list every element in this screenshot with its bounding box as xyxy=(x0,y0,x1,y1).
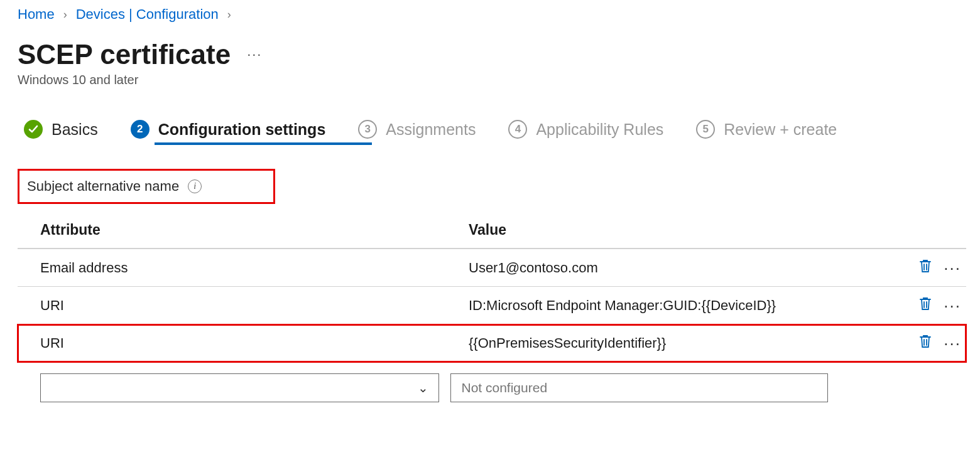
info-icon[interactable]: i xyxy=(188,179,202,193)
col-header-attribute: Attribute xyxy=(18,222,457,238)
chevron-down-icon: ⌄ xyxy=(418,380,428,395)
breadcrumb: Home › Devices | Configuration › xyxy=(18,6,962,23)
value-input[interactable]: Not configured xyxy=(450,373,828,402)
cell-attribute: URI xyxy=(18,297,457,314)
step-basics[interactable]: Basics xyxy=(24,120,98,139)
chevron-right-icon: › xyxy=(63,8,67,21)
step-number-icon: 2 xyxy=(131,120,150,139)
trash-icon[interactable] xyxy=(918,259,932,277)
wizard-steps: Basics 2 Configuration settings 3 Assign… xyxy=(24,120,962,144)
step-label: Review + create xyxy=(724,120,837,139)
section-subject-alternative-name: Subject alternative name i xyxy=(18,169,275,204)
step-review-create[interactable]: 5 Review + create xyxy=(696,120,837,139)
page-title: SCEP certificate xyxy=(18,40,231,69)
table-header: Attribute Value xyxy=(18,211,966,249)
step-assignments[interactable]: 3 Assignments xyxy=(358,120,476,139)
step-number-icon: 5 xyxy=(696,120,715,139)
cell-attribute: URI xyxy=(18,335,457,351)
section-title: Subject alternative name xyxy=(27,178,179,195)
step-label: Configuration settings xyxy=(158,120,326,139)
cell-value: User1@contoso.com xyxy=(457,260,897,276)
page-subtitle: Windows 10 and later xyxy=(18,73,962,87)
col-header-value: Value xyxy=(457,222,897,238)
step-label: Basics xyxy=(52,120,98,139)
step-number-icon: 3 xyxy=(358,120,377,139)
san-table: Attribute Value Email address User1@cont… xyxy=(18,211,966,402)
check-icon xyxy=(24,120,43,139)
breadcrumb-devices-configuration[interactable]: Devices | Configuration xyxy=(76,6,219,23)
cell-value: ID:Microsoft Endpoint Manager:GUID:{{Dev… xyxy=(457,297,897,314)
cell-attribute: Email address xyxy=(18,260,457,276)
page-more-button[interactable]: ··· xyxy=(247,46,262,63)
table-row: URI {{OnPremisesSecurityIdentifier}} ··· xyxy=(18,324,966,362)
table-new-row: ⌄ Not configured xyxy=(18,373,966,402)
cell-value: {{OnPremisesSecurityIdentifier}} xyxy=(457,335,897,351)
value-input-placeholder: Not configured xyxy=(461,380,547,395)
table-row: URI ID:Microsoft Endpoint Manager:GUID:{… xyxy=(18,287,966,324)
step-number-icon: 4 xyxy=(508,120,527,139)
step-label: Applicability Rules xyxy=(536,120,663,139)
attribute-select[interactable]: ⌄ xyxy=(40,373,439,402)
trash-icon[interactable] xyxy=(918,334,932,353)
step-label: Assignments xyxy=(386,120,476,139)
table-row: Email address User1@contoso.com ··· xyxy=(18,249,966,287)
wizard-active-underline xyxy=(155,142,372,145)
trash-icon[interactable] xyxy=(918,296,932,315)
step-configuration-settings[interactable]: 2 Configuration settings xyxy=(131,120,326,139)
breadcrumb-home[interactable]: Home xyxy=(18,6,55,23)
chevron-right-icon: › xyxy=(227,8,231,21)
step-applicability-rules[interactable]: 4 Applicability Rules xyxy=(508,120,663,139)
